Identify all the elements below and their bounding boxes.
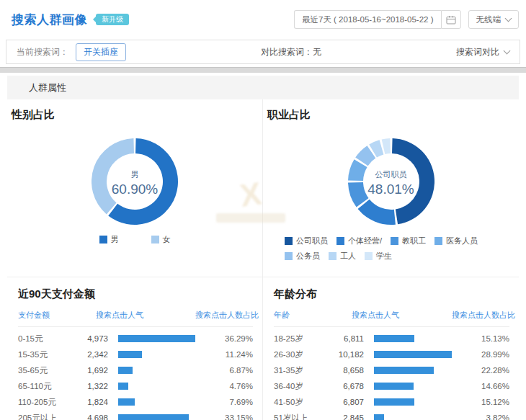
row-bar <box>118 335 195 342</box>
table-row: 51岁以上2,8453.82% <box>274 410 509 420</box>
payment-table-header: 支付金额 搜索点击人气 搜索点击人数占比 <box>18 310 253 327</box>
legend-item: 个体经营/ <box>336 236 382 246</box>
table-row: 31-35岁8,65822.28% <box>274 362 509 378</box>
legend-label: 男 <box>111 234 119 245</box>
gender-donut-chart: 男 60.90% <box>88 135 182 231</box>
row-bar <box>374 383 414 390</box>
legend-swatch <box>365 252 373 260</box>
legend-label: 工人 <box>340 251 356 262</box>
row-bar-cell <box>115 398 195 406</box>
row-percentage: 15.12% <box>452 398 509 406</box>
payment-table-body: 0-15元4,97336.29%15-35元2,34211.24%35-65元1… <box>18 331 253 420</box>
row-value: 6,807 <box>331 398 364 406</box>
legend-item: 公务员 <box>285 251 320 262</box>
row-bar-cell <box>371 398 452 406</box>
row-percentage: 4.76% <box>195 382 253 390</box>
row-bar <box>118 367 133 374</box>
payment-table-title: 近90天支付金额 <box>18 287 253 301</box>
date-range-button[interactable]: 最近7天 ( 2018-05-16~2018-05-22 ) <box>294 10 441 29</box>
donut-segment-公司职员 <box>392 138 434 224</box>
calendar-button[interactable] <box>441 10 461 29</box>
legend-swatch <box>99 236 107 243</box>
payment-table-panel: 近90天支付金额 支付金额 搜索点击人气 搜索点击人数占比 0-15元4,973… <box>7 277 263 420</box>
current-keyword-group: 当前搜索词： 开关插座 <box>17 43 126 61</box>
legend-item: 女 <box>151 234 171 245</box>
age-table-header: 年龄 搜索点击人气 搜索点击人数占比 <box>274 310 509 327</box>
top-bar: 搜索人群画像 新升级 最近7天 ( 2018-05-16~2018-05-22 … <box>12 9 519 30</box>
legend-label: 公司职员 <box>296 236 328 246</box>
row-label: 15-35元 <box>18 349 76 360</box>
legend-label: 医务人员 <box>446 236 478 246</box>
table-row: 36-40岁6,67814.66% <box>274 378 509 394</box>
row-value: 4,698 <box>76 414 108 420</box>
legend-label: 个体经营/ <box>348 236 382 246</box>
row-bar <box>374 335 414 342</box>
gender-chart-title: 性别占比 <box>12 108 262 122</box>
legend-swatch <box>391 237 398 245</box>
row-label: 41-50岁 <box>274 397 331 408</box>
row-bar-cell <box>115 351 195 358</box>
topbar-controls: 最近7天 ( 2018-05-16~2018-05-22 ) 无线端 <box>294 10 519 29</box>
row-label: 65-110元 <box>18 381 76 392</box>
legend-item: 公司职员 <box>285 236 328 246</box>
col-search-click-popularity: 搜索点击人气 <box>331 310 452 321</box>
legend-item: 医务人员 <box>434 236 478 246</box>
legend-item: 男 <box>99 234 119 245</box>
row-value: 6,678 <box>331 382 364 390</box>
row-bar-cell <box>371 351 452 358</box>
row-bar <box>374 351 452 358</box>
table-row: 205元以上4,69833.15% <box>18 410 253 420</box>
title-wrap: 搜索人群画像 新升级 <box>12 12 129 28</box>
row-percentage: 7.69% <box>195 398 253 406</box>
row-bar <box>374 414 384 420</box>
row-label: 26-30岁 <box>274 349 331 360</box>
row-bar-cell <box>115 414 195 420</box>
table-row: 35-65元1,6926.87% <box>18 362 253 378</box>
row-percentage: 14.66% <box>452 382 509 390</box>
row-bar <box>118 414 189 420</box>
table-row: 18-25岁6,81115.13% <box>274 331 509 347</box>
row-bar-cell <box>115 383 195 390</box>
row-value: 2,342 <box>76 350 108 359</box>
row-label: 36-40岁 <box>274 381 331 392</box>
age-table-body: 18-25岁6,81115.13%26-30岁10,18228.99%31-35… <box>274 331 509 420</box>
section-title: 人群属性 <box>29 81 66 94</box>
table-row: 0-15元4,97336.29% <box>18 331 253 347</box>
current-keyword-button[interactable]: 开关插座 <box>76 43 126 61</box>
legend-label: 教职工 <box>402 236 426 246</box>
row-bar-cell <box>115 367 195 374</box>
row-percentage: 33.15% <box>195 414 253 420</box>
age-table-title: 年龄分布 <box>274 287 509 301</box>
table-row: 41-50岁6,80715.12% <box>274 394 509 410</box>
row-label: 35-65元 <box>18 365 76 376</box>
donut-segment-个体经营/ <box>357 200 395 225</box>
compare-keyword-label: 对比搜索词：无 <box>261 46 321 58</box>
device-dropdown[interactable]: 无线端 <box>468 10 520 29</box>
occupation-donut-chart: 公司职员 48.01% <box>344 135 438 231</box>
col-age: 年龄 <box>274 310 331 321</box>
legend-label: 公务员 <box>296 251 320 262</box>
occupation-donut-svg <box>344 135 438 228</box>
keyword-compare-dropdown[interactable]: 搜索词对比 <box>456 46 509 58</box>
occupation-legend: 公司职员个体经营/教职工医务人员公务员工人学生 <box>285 236 497 262</box>
page-title: 搜索人群画像 <box>12 12 87 28</box>
legend-swatch <box>285 252 293 260</box>
col-search-click-popularity: 搜索点击人气 <box>76 310 195 321</box>
row-bar-cell <box>115 335 195 342</box>
row-bar-cell <box>371 335 452 342</box>
row-bar <box>118 351 142 358</box>
row-label: 205元以上 <box>18 413 76 420</box>
row-percentage: 36.29% <box>195 334 253 343</box>
chevron-down-icon <box>504 48 511 55</box>
row-value: 1,322 <box>76 382 108 390</box>
col-search-click-ratio: 搜索点击人数占比 <box>452 310 509 321</box>
age-table-panel: 年龄分布 年龄 搜索点击人气 搜索点击人数占比 18-25岁6,81115.13… <box>263 277 519 420</box>
legend-swatch <box>329 252 336 260</box>
row-bar <box>118 398 135 406</box>
gender-donut-svg <box>88 135 182 228</box>
table-row: 110-205元1,8247.69% <box>18 394 253 410</box>
row-label: 0-15元 <box>18 334 76 344</box>
row-bar-cell <box>371 367 452 374</box>
row-percentage: 3.82% <box>452 414 509 420</box>
filter-bar: 当前搜索词： 开关插座 对比搜索词：无 搜索词对比 <box>6 40 520 64</box>
